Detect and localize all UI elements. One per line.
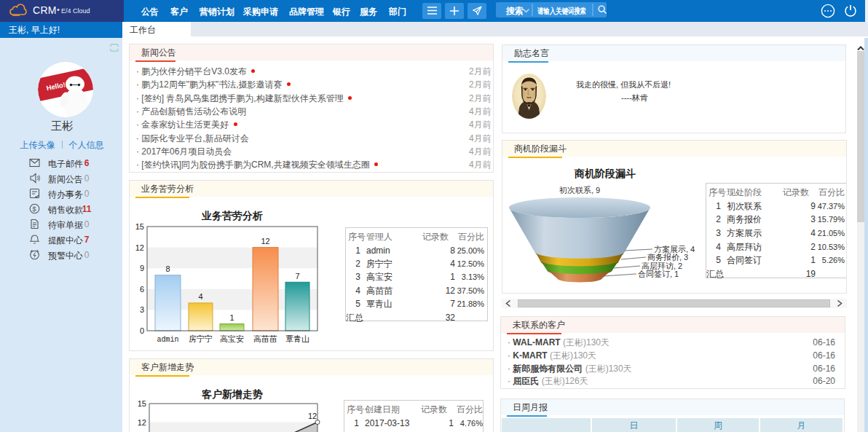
svg-text:15: 15 — [135, 222, 144, 231]
svg-text:高苗苗: 高苗苗 — [253, 334, 277, 343]
svg-text:7: 7 — [295, 272, 299, 280]
svg-text:覃青山: 覃青山 — [285, 334, 309, 343]
svg-text:高宝安: 高宝安 — [220, 334, 244, 343]
svg-text:12: 12 — [138, 418, 146, 427]
svg-text:8: 8 — [165, 264, 170, 273]
svg-text:15: 15 — [138, 399, 146, 408]
svg-text:9: 9 — [140, 264, 144, 272]
svg-text:$: $ — [33, 205, 36, 213]
svg-text:1: 1 — [229, 313, 234, 322]
svg-text:admin: admin — [157, 336, 178, 344]
svg-text:12: 12 — [135, 243, 144, 252]
svg-text:6: 6 — [140, 285, 144, 294]
svg-text:商机阶段漏斗: 商机阶段漏斗 — [574, 168, 636, 179]
svg-text:商务报价, 3: 商务报价, 3 — [647, 253, 688, 262]
svg-text:客户新增走势: 客户新增走势 — [201, 388, 263, 400]
svg-text:初次联系, 9: 初次联系, 9 — [559, 186, 600, 195]
svg-text:业务苦劳分析: 业务苦劳分析 — [201, 210, 263, 221]
svg-text:3: 3 — [140, 305, 144, 314]
svg-text:12: 12 — [308, 412, 317, 420]
svg-text:合同签订, 1: 合同签订, 1 — [638, 270, 679, 278]
svg-text:房宁宁: 房宁宁 — [189, 334, 213, 343]
svg-text:12: 12 — [261, 237, 269, 246]
svg-text:4: 4 — [198, 292, 202, 301]
svg-text:0: 0 — [140, 326, 144, 335]
